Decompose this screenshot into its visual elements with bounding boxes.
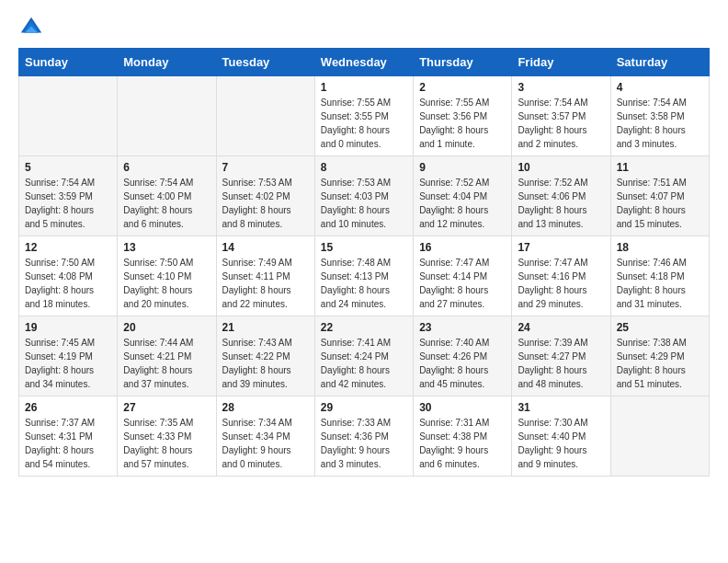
day-info: Sunrise: 7:34 AM Sunset: 4:34 PM Dayligh… [222,416,309,471]
day-number: 8 [321,161,407,174]
day-number: 23 [419,321,506,334]
calendar-cell: 28Sunrise: 7:34 AM Sunset: 4:34 PM Dayli… [216,396,314,477]
calendar-cell: 7Sunrise: 7:53 AM Sunset: 4:02 PM Daylig… [216,156,314,236]
day-info: Sunrise: 7:52 AM Sunset: 4:06 PM Dayligh… [518,176,604,231]
weekday-header: Friday [512,49,610,76]
day-number: 16 [419,241,506,254]
day-number: 3 [518,81,604,94]
day-number: 19 [25,321,111,334]
day-info: Sunrise: 7:33 AM Sunset: 4:36 PM Dayligh… [321,416,407,471]
day-number: 28 [222,401,309,414]
calendar-cell: 8Sunrise: 7:53 AM Sunset: 4:03 PM Daylig… [314,156,413,236]
day-number: 29 [321,401,407,414]
calendar-cell [19,76,118,156]
day-number: 17 [518,241,604,254]
calendar-cell: 17Sunrise: 7:47 AM Sunset: 4:16 PM Dayli… [512,236,610,316]
calendar-cell: 4Sunrise: 7:54 AM Sunset: 3:58 PM Daylig… [610,76,709,156]
day-info: Sunrise: 7:46 AM Sunset: 4:18 PM Dayligh… [617,256,703,311]
calendar-cell: 11Sunrise: 7:51 AM Sunset: 4:07 PM Dayli… [610,156,709,236]
calendar-cell [118,76,216,156]
calendar-cell: 27Sunrise: 7:35 AM Sunset: 4:33 PM Dayli… [118,396,216,477]
calendar-cell: 14Sunrise: 7:49 AM Sunset: 4:11 PM Dayli… [216,236,314,316]
day-info: Sunrise: 7:52 AM Sunset: 4:04 PM Dayligh… [419,176,506,231]
day-info: Sunrise: 7:55 AM Sunset: 3:55 PM Dayligh… [321,96,407,151]
day-number: 1 [321,81,407,94]
calendar-cell: 5Sunrise: 7:54 AM Sunset: 3:59 PM Daylig… [19,156,118,236]
day-number: 27 [123,401,210,414]
calendar-cell: 20Sunrise: 7:44 AM Sunset: 4:21 PM Dayli… [118,316,216,396]
day-info: Sunrise: 7:54 AM Sunset: 3:58 PM Dayligh… [617,96,703,151]
calendar-cell: 19Sunrise: 7:45 AM Sunset: 4:19 PM Dayli… [19,316,118,396]
calendar-cell: 15Sunrise: 7:48 AM Sunset: 4:13 PM Dayli… [314,236,413,316]
day-number: 22 [321,321,407,334]
calendar-cell: 9Sunrise: 7:52 AM Sunset: 4:04 PM Daylig… [414,156,512,236]
day-info: Sunrise: 7:47 AM Sunset: 4:16 PM Dayligh… [518,256,604,311]
calendar-cell: 2Sunrise: 7:55 AM Sunset: 3:56 PM Daylig… [414,76,512,156]
calendar-cell: 25Sunrise: 7:38 AM Sunset: 4:29 PM Dayli… [610,316,709,396]
weekday-header: Sunday [19,49,118,76]
day-number: 7 [222,161,309,174]
day-number: 6 [123,161,210,174]
day-info: Sunrise: 7:49 AM Sunset: 4:11 PM Dayligh… [222,256,309,311]
day-info: Sunrise: 7:45 AM Sunset: 4:19 PM Dayligh… [25,336,111,391]
day-number: 9 [419,161,506,174]
calendar-week-row: 19Sunrise: 7:45 AM Sunset: 4:19 PM Dayli… [19,316,710,396]
day-number: 24 [518,321,604,334]
day-number: 31 [518,401,604,414]
calendar-cell: 31Sunrise: 7:30 AM Sunset: 4:40 PM Dayli… [512,396,610,477]
day-number: 25 [617,321,703,334]
day-number: 18 [617,241,703,254]
day-info: Sunrise: 7:54 AM Sunset: 3:57 PM Dayligh… [518,96,604,151]
calendar-cell [216,76,314,156]
day-info: Sunrise: 7:53 AM Sunset: 4:02 PM Dayligh… [222,176,309,231]
calendar-cell [610,396,709,477]
calendar-cell: 12Sunrise: 7:50 AM Sunset: 4:08 PM Dayli… [19,236,118,316]
day-info: Sunrise: 7:38 AM Sunset: 4:29 PM Dayligh… [617,336,703,391]
day-info: Sunrise: 7:53 AM Sunset: 4:03 PM Dayligh… [321,176,407,231]
weekday-header: Wednesday [314,49,413,76]
calendar-cell: 30Sunrise: 7:31 AM Sunset: 4:38 PM Dayli… [414,396,512,477]
calendar-cell: 23Sunrise: 7:40 AM Sunset: 4:26 PM Dayli… [414,316,512,396]
calendar-week-row: 26Sunrise: 7:37 AM Sunset: 4:31 PM Dayli… [19,396,710,477]
day-info: Sunrise: 7:48 AM Sunset: 4:13 PM Dayligh… [321,256,407,311]
day-number: 14 [222,241,309,254]
weekday-header: Saturday [610,49,709,76]
day-info: Sunrise: 7:54 AM Sunset: 4:00 PM Dayligh… [123,176,210,231]
calendar-cell: 16Sunrise: 7:47 AM Sunset: 4:14 PM Dayli… [414,236,512,316]
calendar-cell: 6Sunrise: 7:54 AM Sunset: 4:00 PM Daylig… [118,156,216,236]
logo [18,15,46,40]
calendar-cell: 29Sunrise: 7:33 AM Sunset: 4:36 PM Dayli… [314,396,413,477]
day-info: Sunrise: 7:44 AM Sunset: 4:21 PM Dayligh… [123,336,210,391]
page-container: SundayMondayTuesdayWednesdayThursdayFrid… [0,0,728,491]
day-number: 4 [617,81,703,94]
day-info: Sunrise: 7:41 AM Sunset: 4:24 PM Dayligh… [321,336,407,391]
day-number: 11 [617,161,703,174]
day-info: Sunrise: 7:50 AM Sunset: 4:08 PM Dayligh… [25,256,111,311]
day-number: 10 [518,161,604,174]
calendar-week-row: 1Sunrise: 7:55 AM Sunset: 3:55 PM Daylig… [19,76,710,156]
day-number: 26 [25,401,111,414]
calendar-header-row: SundayMondayTuesdayWednesdayThursdayFrid… [19,49,710,76]
day-number: 15 [321,241,407,254]
day-number: 20 [123,321,210,334]
day-info: Sunrise: 7:31 AM Sunset: 4:38 PM Dayligh… [419,416,506,471]
day-number: 12 [25,241,111,254]
calendar-table: SundayMondayTuesdayWednesdayThursdayFrid… [18,48,710,477]
calendar-week-row: 12Sunrise: 7:50 AM Sunset: 4:08 PM Dayli… [19,236,710,316]
day-info: Sunrise: 7:55 AM Sunset: 3:56 PM Dayligh… [419,96,506,151]
day-number: 5 [25,161,111,174]
day-info: Sunrise: 7:50 AM Sunset: 4:10 PM Dayligh… [123,256,210,311]
day-number: 13 [123,241,210,254]
day-info: Sunrise: 7:51 AM Sunset: 4:07 PM Dayligh… [617,176,703,231]
calendar-cell: 18Sunrise: 7:46 AM Sunset: 4:18 PM Dayli… [610,236,709,316]
day-info: Sunrise: 7:40 AM Sunset: 4:26 PM Dayligh… [419,336,506,391]
page-header [18,15,710,40]
day-info: Sunrise: 7:47 AM Sunset: 4:14 PM Dayligh… [419,256,506,311]
calendar-cell: 24Sunrise: 7:39 AM Sunset: 4:27 PM Dayli… [512,316,610,396]
calendar-cell: 22Sunrise: 7:41 AM Sunset: 4:24 PM Dayli… [314,316,413,396]
logo-icon [18,15,44,40]
day-info: Sunrise: 7:54 AM Sunset: 3:59 PM Dayligh… [25,176,111,231]
day-info: Sunrise: 7:30 AM Sunset: 4:40 PM Dayligh… [518,416,604,471]
day-info: Sunrise: 7:39 AM Sunset: 4:27 PM Dayligh… [518,336,604,391]
day-info: Sunrise: 7:37 AM Sunset: 4:31 PM Dayligh… [25,416,111,471]
